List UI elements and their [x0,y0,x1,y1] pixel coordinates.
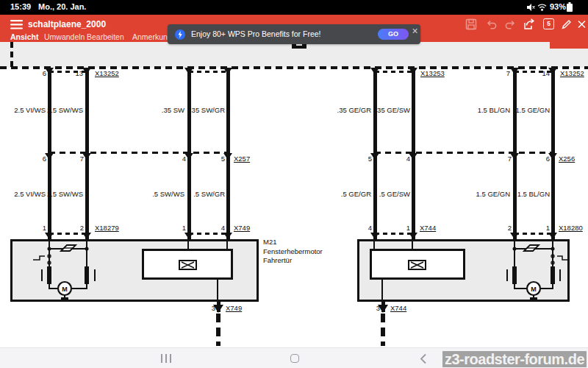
motor-letter: M [62,286,68,293]
motor-letter: M [531,286,537,293]
connector-label: X744 [390,304,406,312]
wire-label: .35 SW [162,106,184,114]
page-number: 5 [547,20,551,27]
wire-label: 2.5 VI/WS [14,190,46,198]
connector-label: X744 [420,224,436,232]
connector-dash [514,233,553,235]
save-icon[interactable] [465,18,478,31]
wire-label: .5 SW/WS [152,190,184,198]
exit-wire-dashed [381,314,385,346]
wifi-icon [537,3,547,11]
pin-number: 1 [182,224,186,232]
wps-promo-banner[interactable]: Enjoy 80+ WPS Pro Benefits for Free! GO … [168,24,420,44]
screen: 15:39 Mo., 20. Jan. 93% schaltplaene_200… [0,0,588,368]
wire-label: 1.5 BL/GN [478,106,510,114]
connector-label: X13253 [420,69,445,77]
connector-dash [189,233,228,235]
wire-label: .35 GE/GR [337,106,371,114]
document-title: schaltplaene_2000 [28,19,106,29]
connector-label: X18279 [95,224,119,232]
link-line [412,241,413,249]
pin-number: 3 [376,304,380,312]
pin-number: 4 [368,224,372,232]
go-button[interactable]: GO [378,29,409,40]
x-symbol [408,260,426,270]
banner-close-icon[interactable]: × [410,26,420,36]
pin-number: 2 [508,224,512,232]
pin-number: 3 [212,304,215,312]
component-name: Fensterhebermotor [263,247,323,257]
wire-label: 2.5 SW/WS [47,190,83,198]
wire-label: 2.5 VI/WS [14,106,46,114]
link-line [226,241,228,249]
status-bar: 15:39 Mo., 20. Jan. 93% [0,0,588,15]
share-icon[interactable] [523,18,536,31]
clock: 15:39 [10,2,31,11]
wire-label: .5 SW/GR [193,190,225,198]
pin-number: 7 [508,155,512,163]
menu-anmerkung[interactable]: Anmerkung [132,32,172,41]
date: Mo., 20. Jan. [38,2,86,11]
connector-label: X749 [234,224,250,232]
wiring-diagram-canvas[interactable]: 6 13 X13252 X13253 7 14 X13252 2.5 VI/WS… [0,42,588,347]
exit-line [217,280,218,302]
edit-pen-icon[interactable] [560,18,573,31]
dashed-border-left [10,42,13,68]
connector-dash [375,233,413,235]
wire-label: .35 GE/SW [375,106,410,114]
menu-ansicht[interactable]: Ansicht [10,32,39,41]
pin-number: 5 [368,155,372,163]
pin-number: 2 [80,224,84,232]
connector-label: X13252 [560,69,584,77]
connector-label: X18280 [559,224,583,232]
pin-number: 1 [406,224,410,232]
pin-number: 14 [542,69,550,77]
pin-number: 13 [75,69,83,77]
menu-umwandeln[interactable]: Umwandeln [44,32,85,41]
wire-label: .5 GE/SW [379,190,410,198]
close-document-icon[interactable] [576,18,588,31]
wire-label: .35 SW/GR [190,106,225,114]
back-button[interactable] [420,353,427,364]
link-line [187,241,189,249]
arrow-icon [45,233,54,239]
wire-label: .5 GE/GR [341,190,371,198]
arrow-icon [548,233,557,239]
promo-message: Enjoy 80+ WPS Pro Benefits for Free! [191,29,321,38]
connector-dash [49,152,228,154]
pin-number: 7 [80,155,84,163]
connector-dash [189,71,228,73]
component-callout: M21 Fensterhebermotor Fahrertür [263,238,323,266]
pin-number: 6 [43,69,46,77]
exit-wire-dashed [216,314,220,346]
undo-icon[interactable] [485,18,498,31]
component-code: M21 [263,238,323,247]
connector-label: X256 [559,155,575,163]
pin-number: 4 [221,224,225,232]
arrow-icon [223,233,232,239]
connector-dash [375,71,413,73]
scroll-indicator [550,42,588,49]
wire-label: 2.5 SW/WS [47,106,83,114]
pin-number: 6 [43,155,46,163]
menu-bearbeiten[interactable]: Bearbeiten [87,32,124,41]
recents-button[interactable] [161,354,173,363]
android-nav-bar: z3-roadster-forum.de [0,347,588,368]
motor-circuit-right: M [485,240,570,300]
exit-line [381,280,383,302]
arrow-icon [184,233,193,239]
page-number-badge[interactable]: 5 [543,18,554,29]
x-symbol [179,260,197,270]
connector-dash [375,152,553,154]
redo-icon[interactable] [503,18,517,31]
hamburger-menu-icon[interactable] [10,20,23,29]
pin-number: 4 [182,155,186,163]
mute-icon [526,3,535,12]
wire-label: 1.5 GE/GN [516,106,550,114]
pin-number: 7 [506,69,510,77]
wps-pro-icon [175,29,185,40]
wire-label: 1.5 GE/GN [476,190,510,198]
arrow-icon [370,233,379,239]
home-button[interactable] [290,354,299,363]
pin-number: 6 [546,155,550,163]
